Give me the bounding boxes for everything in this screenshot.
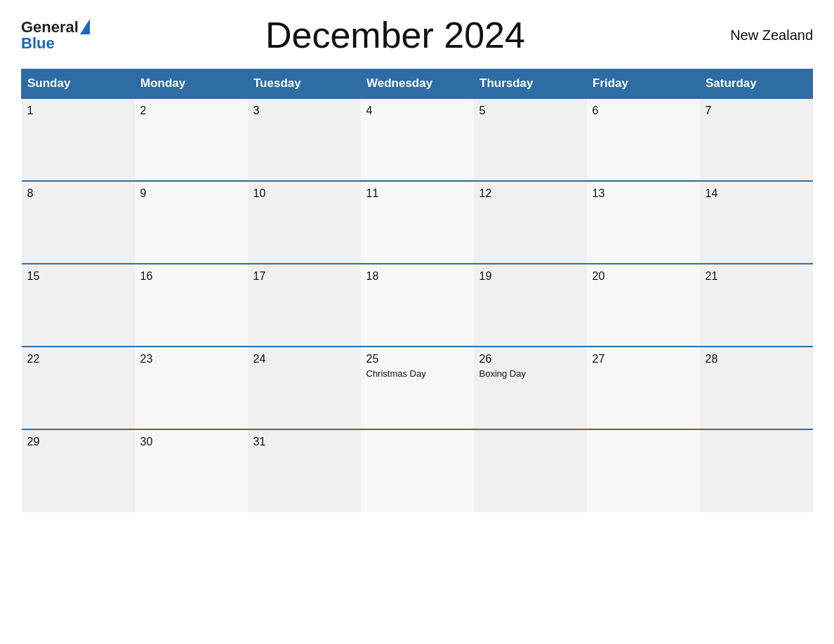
calendar-cell: 25Christmas Day: [361, 347, 474, 429]
day-number: 26: [479, 353, 581, 365]
calendar-cell: 28: [700, 347, 813, 429]
calendar-cell: 18: [361, 264, 474, 347]
calendar-cell: 14: [700, 181, 813, 264]
country-label: New Zealand: [701, 27, 813, 43]
calendar-cell: 21: [700, 264, 813, 347]
col-wednesday: Wednesday: [361, 69, 474, 99]
day-number: 24: [253, 353, 355, 365]
calendar-cell: 26Boxing Day: [474, 347, 587, 429]
day-number: 27: [593, 353, 694, 365]
calendar-cell: 3: [248, 98, 361, 181]
day-number: 2: [140, 105, 242, 117]
calendar-cell: 12: [474, 181, 587, 264]
holiday-name: Christmas Day: [366, 368, 468, 379]
calendar-cell: 11: [361, 181, 474, 264]
col-friday: Friday: [587, 69, 700, 99]
calendar-cell: 4: [361, 98, 474, 181]
calendar-week-row: 293031: [22, 429, 813, 512]
logo-general-text: General: [21, 20, 79, 35]
calendar-cell: 20: [587, 264, 700, 347]
col-sunday: Sunday: [22, 69, 135, 99]
page-header: General Blue December 2024 New Zealand: [21, 14, 813, 56]
day-number: 25: [366, 353, 468, 365]
calendar-week-row: 22232425Christmas Day26Boxing Day2728: [22, 347, 813, 429]
day-number: 5: [479, 105, 581, 117]
day-number: 22: [27, 353, 129, 365]
day-number: 9: [140, 187, 242, 200]
day-number: 12: [479, 187, 581, 200]
col-tuesday: Tuesday: [248, 69, 361, 99]
calendar-cell: 15: [22, 264, 135, 347]
calendar-cell: 8: [22, 181, 135, 264]
day-number: 13: [593, 187, 694, 200]
col-thursday: Thursday: [474, 69, 587, 99]
calendar-cell: 30: [135, 429, 248, 512]
day-number: 15: [27, 270, 129, 283]
calendar-cell: 6: [587, 98, 700, 181]
day-number: 4: [366, 105, 468, 117]
logo-triangle-icon: [80, 19, 90, 34]
calendar-cell: 22: [22, 347, 135, 429]
day-number: 28: [706, 353, 807, 365]
calendar-cell: 29: [22, 429, 135, 512]
calendar-cell: 10: [248, 181, 361, 264]
day-number: 11: [366, 187, 468, 200]
day-number: 19: [479, 270, 581, 283]
calendar-cell: 13: [587, 181, 700, 264]
day-number: 31: [253, 436, 355, 448]
calendar-cell: [700, 429, 813, 512]
calendar-cell: 5: [474, 98, 587, 181]
calendar-cell: 17: [248, 264, 361, 347]
calendar-cell: 7: [700, 98, 813, 181]
calendar-cell: 24: [248, 347, 361, 429]
day-number: 10: [253, 187, 355, 200]
calendar-cell: [587, 429, 700, 512]
calendar-cell: 31: [248, 429, 361, 512]
calendar-week-row: 1234567: [22, 98, 813, 181]
logo-blue-text: Blue: [21, 36, 55, 51]
calendar-table: Sunday Monday Tuesday Wednesday Thursday…: [21, 69, 813, 512]
calendar-week-row: 891011121314: [22, 181, 813, 264]
calendar-cell: 23: [135, 347, 248, 429]
day-number: 17: [253, 270, 355, 283]
day-number: 6: [593, 105, 694, 117]
col-saturday: Saturday: [700, 69, 813, 99]
day-number: 30: [140, 436, 242, 448]
page-title: December 2024: [90, 14, 701, 56]
day-number: 3: [253, 105, 355, 117]
calendar-week-row: 15161718192021: [22, 264, 813, 347]
calendar-cell: [361, 429, 474, 512]
calendar-cell: 16: [135, 264, 248, 347]
calendar-cell: [474, 429, 587, 512]
logo: General Blue: [21, 19, 90, 51]
calendar-cell: 27: [587, 347, 700, 429]
col-monday: Monday: [135, 69, 248, 99]
calendar-cell: 9: [135, 181, 248, 264]
calendar-header-row: Sunday Monday Tuesday Wednesday Thursday…: [22, 69, 813, 99]
day-number: 8: [27, 187, 129, 200]
day-number: 29: [27, 436, 129, 448]
day-number: 18: [366, 270, 468, 283]
holiday-name: Boxing Day: [479, 368, 581, 379]
day-number: 14: [706, 187, 807, 200]
day-number: 16: [140, 270, 242, 283]
day-number: 7: [706, 105, 807, 117]
calendar-cell: 2: [135, 98, 248, 181]
calendar-cell: 1: [22, 98, 135, 181]
day-number: 20: [593, 270, 694, 283]
day-number: 1: [27, 105, 129, 117]
calendar-cell: 19: [474, 264, 587, 347]
day-number: 23: [140, 353, 242, 365]
day-number: 21: [706, 270, 807, 283]
